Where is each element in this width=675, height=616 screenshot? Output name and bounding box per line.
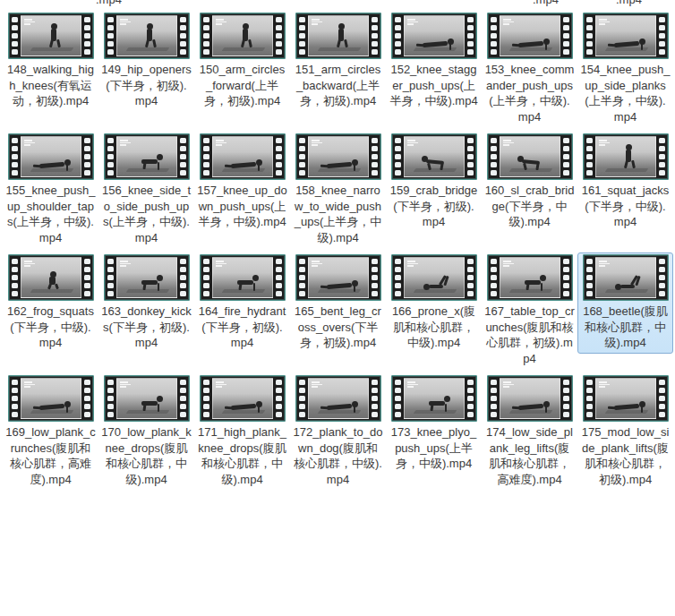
- file-name[interactable]: 164_fire_hydrant(下半身，初级).mp4: [197, 304, 287, 351]
- exercise-silhouette: [500, 137, 560, 176]
- file-name[interactable]: 165_bent_leg_cross_overs(下半身，初级).mp4: [293, 304, 383, 351]
- film-strip-video-icon[interactable]: [104, 133, 190, 180]
- file-tile[interactable]: 168_beetle(腹肌和核心肌群，中级).mp4: [577, 252, 673, 373]
- file-tile[interactable]: 170_low_plank_knee_drops(腹肌和核心肌群，中级).mp4: [98, 373, 194, 494]
- file-name[interactable]: 150_arm_circles_forward(上半身，初级).mp4: [197, 62, 287, 109]
- film-sprocket-holes-right: [82, 256, 92, 299]
- file-name[interactable]: 163_donkey_kicks(下半身，初级).mp4: [101, 304, 192, 351]
- film-strip-video-icon[interactable]: [583, 13, 669, 59]
- video-thumbnail: [404, 257, 465, 298]
- video-thumbnail: [595, 257, 656, 298]
- film-strip-video-icon[interactable]: [295, 375, 381, 422]
- film-strip-video-icon[interactable]: [8, 133, 94, 180]
- video-thumbnail: [212, 136, 273, 177]
- file-tile[interactable]: 149_hip_openers(下半身，初级).mp4: [98, 11, 194, 132]
- exercise-silhouette: [596, 379, 655, 418]
- film-strip-video-icon[interactable]: [104, 254, 190, 301]
- film-strip-video-icon[interactable]: [200, 375, 286, 422]
- file-name[interactable]: 153_knee_commander_push_ups(上半身，中级).mp4: [484, 62, 575, 124]
- film-sprocket-holes-right: [178, 14, 188, 57]
- file-name[interactable]: 175_mod_low_side_plank_lifts(腹肌和核心肌群，初级)…: [580, 424, 671, 487]
- film-sprocket-holes-left: [297, 135, 307, 178]
- file-name[interactable]: 148_walking_high_knees(有氧运动，初级).mp4: [5, 62, 96, 109]
- film-strip-video-icon[interactable]: [583, 375, 669, 422]
- film-strip-video-icon[interactable]: [200, 13, 286, 59]
- file-name[interactable]: 168_beetle(腹肌和核心肌群，中级).mp4: [580, 304, 671, 351]
- file-tile[interactable]: 167_table_top_crunches(腹肌和核心肌群，初级).mp4: [482, 252, 577, 373]
- film-strip-video-icon[interactable]: [200, 133, 286, 180]
- file-tile[interactable]: 152_knee_stagger_push_ups(上半身，中级).mp4: [386, 11, 482, 132]
- file-tile[interactable]: 158_knee_narrow_to_wide_push_ups(上半身，中级)…: [290, 132, 386, 252]
- video-thumbnail: [404, 136, 465, 177]
- file-name[interactable]: 167_table_top_crunches(腹肌和核心肌群，初级).mp4: [484, 304, 575, 366]
- file-name[interactable]: 159_crab_bridge(下半身，初级).mp4: [389, 183, 479, 230]
- file-tile[interactable]: 154_knee_push_up_side_planks(上半身，中级).mp4: [577, 11, 673, 132]
- file-name[interactable]: 170_low_plank_knee_drops(腹肌和核心肌群，中级).mp4: [101, 424, 192, 487]
- film-strip-video-icon[interactable]: [583, 254, 669, 301]
- film-sprocket-holes-left: [489, 256, 499, 299]
- file-tile[interactable]: 173_knee_plyo_push_ups(上半身，中级).mp4: [386, 373, 482, 494]
- file-tile[interactable]: 174_low_side_plank_leg_lifts(腹肌和核心肌群，高难度…: [482, 373, 577, 494]
- file-tile[interactable]: 161_squat_jacks(下半身，中级).mp4: [577, 132, 673, 252]
- file-name[interactable]: 158_knee_narrow_to_wide_push_ups(上半身，中级)…: [293, 183, 383, 245]
- film-strip-video-icon[interactable]: [487, 375, 573, 422]
- film-strip-video-icon[interactable]: [391, 13, 477, 59]
- film-strip-video-icon[interactable]: [295, 133, 381, 180]
- file-tile[interactable]: 166_prone_x(腹肌和核心肌群，中级).mp4: [386, 252, 482, 373]
- file-tile[interactable]: 150_arm_circles_forward(上半身，初级).mp4: [194, 11, 290, 132]
- file-tile[interactable]: 155_knee_push_up_shoulder_taps(上半身，中级).m…: [3, 132, 98, 252]
- film-strip-video-icon[interactable]: [295, 254, 381, 301]
- file-tile[interactable]: 151_arm_circles_backward(上半身，初级).mp4: [290, 11, 386, 132]
- film-strip-video-icon[interactable]: [391, 375, 477, 422]
- film-sprocket-holes-right: [466, 135, 475, 178]
- file-tile[interactable]: 153_knee_commander_push_ups(上半身，中级).mp4: [482, 11, 577, 132]
- file-name[interactable]: 174_low_side_plank_leg_lifts(腹肌和核心肌群，高难度…: [484, 424, 575, 487]
- file-tile[interactable]: 160_sl_crab_bridge(下半身，中级).mp4: [482, 132, 577, 252]
- file-name[interactable]: 157_knee_up_down_push_ups(上半身，中级).mp4: [197, 183, 287, 230]
- film-sprocket-holes-left: [201, 256, 211, 299]
- file-name[interactable]: 151_arm_circles_backward(上半身，初级).mp4: [293, 62, 383, 109]
- file-tile-highlight: 157_knee_up_down_push_ups(上半身，中级).mp4: [194, 132, 290, 233]
- film-strip-video-icon[interactable]: [391, 133, 477, 180]
- film-strip-video-icon[interactable]: [8, 254, 94, 301]
- file-name[interactable]: 171_high_plank_knee_drops(腹肌和核心肌群，中级).mp…: [197, 424, 287, 487]
- file-name[interactable]: 169_low_plank_crunches(腹肌和核心肌群，高难度).mp4: [5, 424, 96, 487]
- file-name[interactable]: 160_sl_crab_bridge(下半身，中级).mp4: [484, 183, 575, 230]
- film-strip-video-icon[interactable]: [487, 254, 573, 301]
- file-name[interactable]: 149_hip_openers(下半身，初级).mp4: [101, 62, 192, 109]
- file-name[interactable]: 152_knee_stagger_push_ups(上半身，中级).mp4: [389, 62, 479, 109]
- file-tile[interactable]: 156_knee_side_to_side_push_ups(上半身，中级).m…: [98, 132, 194, 252]
- film-strip-video-icon[interactable]: [8, 375, 94, 422]
- file-name[interactable]: 173_knee_plyo_push_ups(上半身，中级).mp4: [389, 424, 479, 472]
- film-strip-video-icon[interactable]: [104, 13, 190, 59]
- file-name[interactable]: 172_plank_to_down_dog(腹肌和核心肌群，中级).mp4: [293, 424, 383, 487]
- file-tile[interactable]: 162_frog_squats(下半身，中级).mp4: [3, 252, 98, 373]
- exercise-silhouette: [500, 258, 560, 297]
- file-name[interactable]: 155_knee_push_up_shoulder_taps(上半身，中级).m…: [5, 183, 96, 245]
- film-sprocket-holes-left: [106, 256, 115, 299]
- file-name[interactable]: 161_squat_jacks(下半身，中级).mp4: [580, 183, 671, 230]
- film-strip-video-icon[interactable]: [200, 254, 286, 301]
- file-tile[interactable]: 169_low_plank_crunches(腹肌和核心肌群，高难度).mp4: [3, 373, 98, 494]
- file-name[interactable]: 156_knee_side_to_side_push_ups(上半身，中级).m…: [101, 183, 192, 245]
- video-thumbnail: [500, 136, 560, 177]
- file-tile[interactable]: 171_high_plank_knee_drops(腹肌和核心肌群，中级).mp…: [194, 373, 290, 494]
- file-tile[interactable]: 165_bent_leg_cross_overs(下半身，初级).mp4: [290, 252, 386, 373]
- film-strip-video-icon[interactable]: [295, 13, 381, 59]
- film-strip-video-icon[interactable]: [8, 13, 94, 59]
- file-name[interactable]: 166_prone_x(腹肌和核心肌群，中级).mp4: [389, 304, 479, 351]
- file-tile[interactable]: 157_knee_up_down_push_ups(上半身，中级).mp4: [194, 132, 290, 252]
- file-tile[interactable]: 175_mod_low_side_plank_lifts(腹肌和核心肌群，初级)…: [577, 373, 673, 494]
- film-strip-video-icon[interactable]: [487, 13, 573, 59]
- file-tile[interactable]: 172_plank_to_down_dog(腹肌和核心肌群，中级).mp4: [290, 373, 386, 494]
- file-name[interactable]: 154_knee_push_up_side_planks(上半身，中级).mp4: [580, 62, 671, 124]
- film-strip-video-icon[interactable]: [583, 133, 669, 180]
- file-tile[interactable]: 163_donkey_kicks(下半身，初级).mp4: [98, 252, 194, 373]
- film-strip-video-icon[interactable]: [104, 375, 190, 422]
- film-strip-video-icon[interactable]: [487, 133, 573, 180]
- file-tile[interactable]: 159_crab_bridge(下半身，初级).mp4: [386, 132, 482, 252]
- film-strip-video-icon[interactable]: [391, 254, 477, 301]
- file-tile[interactable]: 148_walking_high_knees(有氧运动，初级).mp4: [3, 11, 98, 132]
- file-tile[interactable]: 164_fire_hydrant(下半身，初级).mp4: [194, 252, 290, 373]
- file-name[interactable]: 162_frog_squats(下半身，中级).mp4: [5, 304, 96, 351]
